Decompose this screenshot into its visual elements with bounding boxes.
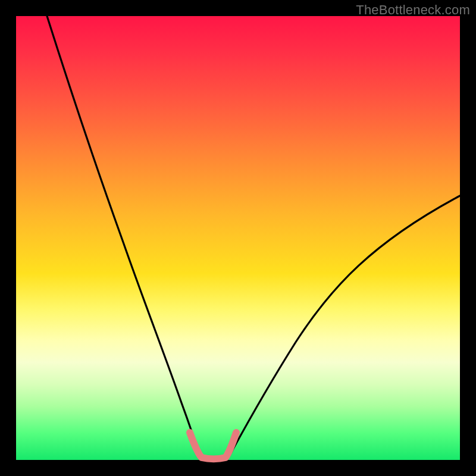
watermark-text: TheBottleneck.com: [356, 2, 470, 18]
valley-highlight: [190, 433, 236, 459]
right-curve: [229, 196, 460, 456]
left-curve: [47, 16, 199, 455]
curve-layer: [16, 16, 460, 460]
chart-frame: TheBottleneck.com: [0, 0, 476, 476]
